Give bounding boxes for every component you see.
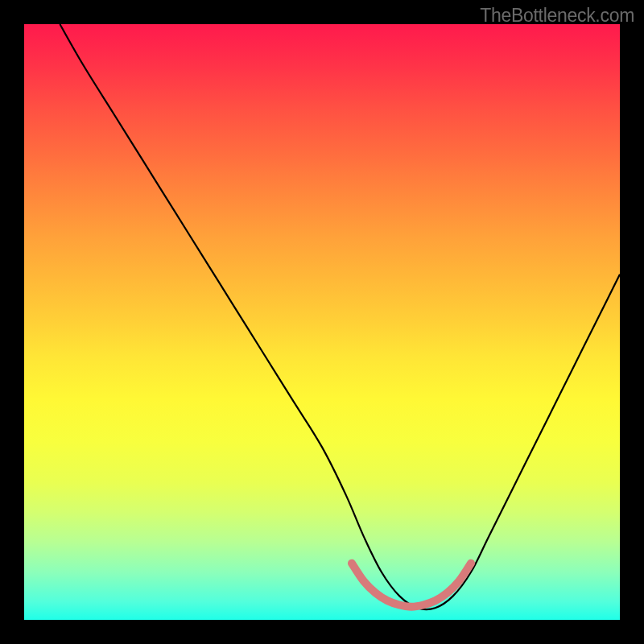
watermark-text: TheBottleneck.com [480, 5, 634, 27]
valley-highlight-line [352, 564, 471, 607]
chart-plot-area [24, 24, 620, 620]
chart-svg [24, 24, 620, 620]
bottleneck-curve-line [60, 24, 620, 609]
